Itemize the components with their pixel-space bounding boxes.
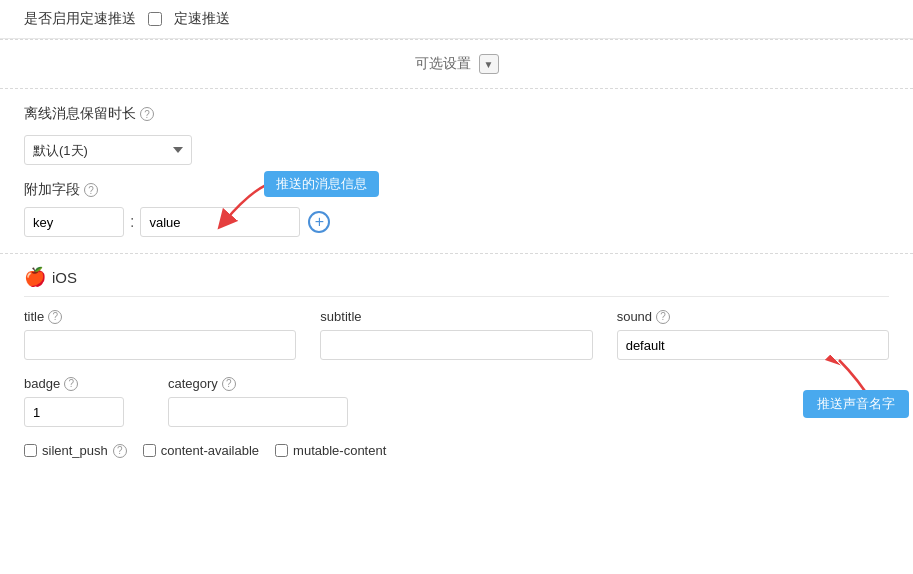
key-input[interactable] xyxy=(24,207,124,237)
kv-separator: : xyxy=(130,213,134,231)
ios-label: iOS xyxy=(52,269,77,286)
badge-category-row: badge ? category ? xyxy=(24,376,889,427)
sound-input[interactable] xyxy=(617,330,889,360)
sound-field-group: sound ? 推送声音名字 xyxy=(617,309,889,360)
optional-settings-bar[interactable]: 可选设置 ▼ xyxy=(0,39,913,89)
category-field-label: category ? xyxy=(168,376,368,391)
offline-message-select-row: 默认(1天) 1小时 6小时 12小时 3天 7天 xyxy=(24,135,889,165)
offline-message-label: 离线消息保留时长 ? xyxy=(24,105,154,123)
content-available-checkbox[interactable] xyxy=(143,444,156,457)
silent-push-item: silent_push ? xyxy=(24,443,127,458)
category-help-icon[interactable]: ? xyxy=(222,377,236,391)
mutable-content-label: mutable-content xyxy=(293,443,386,458)
silent-push-help-icon[interactable]: ? xyxy=(113,444,127,458)
apple-icon: 🍎 xyxy=(24,266,46,288)
mutable-content-checkbox[interactable] xyxy=(275,444,288,457)
title-field-label: title ? xyxy=(24,309,296,324)
ios-checkboxes-row: silent_push ? content-available mutable-… xyxy=(24,443,889,458)
badge-help-icon[interactable]: ? xyxy=(64,377,78,391)
add-kv-button[interactable]: + xyxy=(308,211,330,233)
content-available-item: content-available xyxy=(143,443,259,458)
optional-content: 离线消息保留时长 ? 默认(1天) 1小时 6小时 12小时 3天 7天 附加字… xyxy=(0,89,913,237)
speed-push-row: 是否启用定速推送 定速推送 xyxy=(24,10,889,28)
title-help-icon[interactable]: ? xyxy=(48,310,62,324)
speed-push-section: 是否启用定速推送 定速推送 xyxy=(0,0,913,39)
title-field-group: title ? xyxy=(24,309,296,360)
ios-header: 🍎 iOS xyxy=(24,266,889,297)
speed-push-checkbox[interactable] xyxy=(148,12,162,26)
sound-field-label: sound ? xyxy=(617,309,889,324)
ios-fields-grid: title ? subtitle sound ? 推送声音 xyxy=(24,309,889,360)
msg-tooltip-bubble: 推送的消息信息 xyxy=(264,171,379,197)
badge-field-label: badge ? xyxy=(24,376,144,391)
sound-tooltip-container: 推送声音名字 xyxy=(803,390,909,418)
badge-input[interactable] xyxy=(24,397,124,427)
category-field-group: category ? xyxy=(168,376,368,427)
offline-message-select[interactable]: 默认(1天) 1小时 6小时 12小时 3天 7天 xyxy=(24,135,192,165)
extra-fields-help-icon[interactable]: ? xyxy=(84,183,98,197)
optional-settings-label: 可选设置 xyxy=(415,55,471,73)
silent-push-label: silent_push xyxy=(42,443,108,458)
speed-push-label: 是否启用定速推送 xyxy=(24,10,136,28)
content-available-label: content-available xyxy=(161,443,259,458)
mutable-content-item: mutable-content xyxy=(275,443,386,458)
subtitle-field-group: subtitle xyxy=(320,309,592,360)
silent-push-checkbox[interactable] xyxy=(24,444,37,457)
sound-tooltip-text: 推送声音名字 xyxy=(803,390,909,418)
ios-section: 🍎 iOS title ? subtitle sound xyxy=(0,253,913,458)
optional-settings-dropdown-icon[interactable]: ▼ xyxy=(479,54,499,74)
badge-field-group: badge ? xyxy=(24,376,144,427)
offline-message-help-icon[interactable]: ? xyxy=(140,107,154,121)
subtitle-field-label: subtitle xyxy=(320,309,592,324)
kv-row: : + 推送的消息信息 xyxy=(24,207,889,237)
extra-fields-label: 附加字段 ? xyxy=(24,181,889,199)
speed-push-checkbox-label: 定速推送 xyxy=(174,10,230,28)
sound-help-icon[interactable]: ? xyxy=(656,310,670,324)
title-input[interactable] xyxy=(24,330,296,360)
subtitle-input[interactable] xyxy=(320,330,592,360)
offline-message-row: 离线消息保留时长 ? xyxy=(24,105,889,123)
category-input[interactable] xyxy=(168,397,348,427)
extra-fields-section: 附加字段 ? : + 推送的消息信息 xyxy=(24,181,889,237)
value-input[interactable] xyxy=(140,207,300,237)
msg-tooltip-text: 推送的消息信息 xyxy=(264,171,379,197)
